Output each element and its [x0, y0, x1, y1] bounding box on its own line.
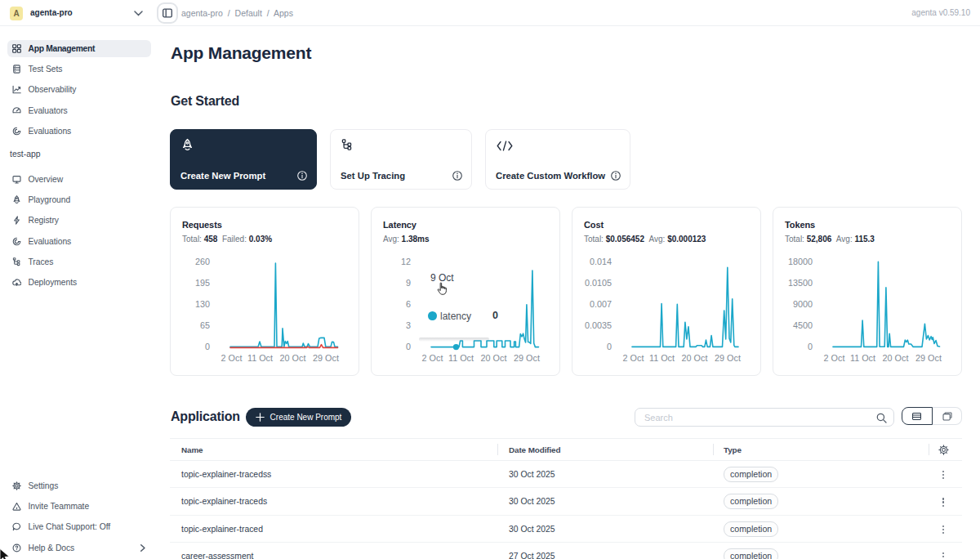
- svg-text:29 Oct: 29 Oct: [715, 353, 741, 363]
- svg-text:260: 260: [195, 257, 210, 266]
- svg-text:2 Oct: 2 Oct: [422, 353, 443, 363]
- svg-text:11 Oct: 11 Oct: [850, 353, 875, 363]
- svg-text:20 Oct: 20 Oct: [682, 353, 708, 363]
- svg-text:0.014: 0.014: [590, 257, 612, 266]
- svg-text:20 Oct: 20 Oct: [280, 353, 306, 363]
- svg-text:20 Oct: 20 Oct: [481, 353, 507, 363]
- svg-text:29 Oct: 29 Oct: [915, 353, 942, 363]
- svg-text:11 Oct: 11 Oct: [649, 353, 675, 363]
- svg-text:0: 0: [406, 342, 411, 351]
- svg-text:13500: 13500: [788, 278, 813, 288]
- svg-text:11 Oct: 11 Oct: [448, 353, 474, 363]
- svg-text:29 Oct: 29 Oct: [313, 353, 339, 363]
- svg-text:2 Oct: 2 Oct: [824, 353, 845, 363]
- svg-text:0: 0: [808, 342, 813, 351]
- svg-text:2 Oct: 2 Oct: [623, 353, 644, 363]
- svg-text:9: 9: [406, 278, 411, 288]
- svg-text:130: 130: [195, 299, 210, 309]
- svg-text:4500: 4500: [793, 320, 813, 330]
- svg-text:6: 6: [406, 299, 411, 309]
- svg-text:195: 195: [195, 278, 210, 288]
- svg-text:11 Oct: 11 Oct: [247, 353, 273, 363]
- svg-text:65: 65: [200, 320, 210, 330]
- svg-text:9000: 9000: [793, 299, 813, 309]
- svg-text:0.007: 0.007: [590, 299, 612, 309]
- svg-text:3: 3: [406, 320, 411, 330]
- svg-text:29 Oct: 29 Oct: [514, 353, 540, 363]
- svg-text:18000: 18000: [788, 257, 813, 266]
- svg-text:0: 0: [205, 342, 210, 351]
- svg-text:2 Oct: 2 Oct: [221, 353, 243, 363]
- svg-text:12: 12: [401, 257, 411, 266]
- svg-text:0: 0: [607, 342, 612, 351]
- svg-text:0.0105: 0.0105: [585, 278, 612, 288]
- svg-text:20 Oct: 20 Oct: [883, 353, 909, 363]
- svg-text:0.0035: 0.0035: [585, 320, 612, 330]
